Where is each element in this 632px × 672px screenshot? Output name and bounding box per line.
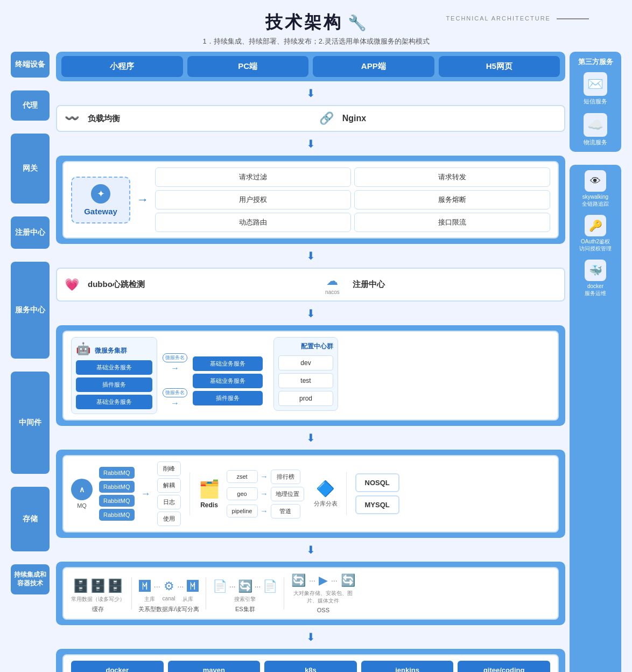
client-h5: H5网页 xyxy=(439,56,560,77)
oss-label: OSS xyxy=(317,607,329,613)
mysql-area: 🅼 ··· ⚙ ··· 🅼 主库 canal 从库 关系型数据库/读写分离 xyxy=(138,579,199,613)
service-content: 🤖 微服务集群 基础业务服务 插件服务 基础业务服务 微服务名 → xyxy=(62,331,559,421)
config-test: test xyxy=(278,373,333,388)
arrow-3: ⬇ xyxy=(56,249,565,262)
sms-service: ✉️ 短信服务 xyxy=(574,72,617,106)
dots-2: ··· xyxy=(178,582,184,591)
cicd-k8s: k8s xyxy=(264,661,357,672)
label-proxy: 代理 xyxy=(11,90,50,121)
oss-dots-2: ··· xyxy=(331,576,338,585)
es-icon-3: 📄 xyxy=(263,579,277,593)
arrow-r3: → xyxy=(261,507,268,515)
sms-label: 短信服务 xyxy=(584,97,607,106)
logistics-label: 物流服务 xyxy=(584,138,607,146)
registry-section: 💗 dubbo心跳检测 ☁ nacos 注册中心 xyxy=(56,268,565,302)
config-cluster-title: 配置中心群 xyxy=(278,342,333,351)
dubbo-label: dubbo心跳检测 xyxy=(88,279,145,290)
micro-item-3: 基础业务服务 xyxy=(76,395,152,409)
title-icon: 🔧 xyxy=(348,15,367,31)
es-dots-2: ··· xyxy=(255,582,261,591)
mysql-box: MYSQL xyxy=(355,495,399,514)
skywalking-label: skywalking 全链路追踪 xyxy=(582,193,609,207)
middleware-section: ∧ MQ RabbitMQ RabbitMQ RabbitMQ RabbitMQ… xyxy=(56,450,565,538)
load-balance-label: 负载均衡 xyxy=(88,114,120,124)
feature-2: 请求转发 xyxy=(354,167,550,187)
sharding-label: 分库分表 xyxy=(314,500,338,507)
arrow-6: ⬇ xyxy=(56,543,565,556)
cache-icon-2: 🗄️ xyxy=(90,578,106,593)
redis-val-1: 排行榜 xyxy=(271,470,300,484)
logistics-service: ☁️ 物流服务 xyxy=(574,113,617,146)
cache-icon-3: 🗄️ xyxy=(107,578,123,593)
third-party-title: 第三方服务 xyxy=(574,57,617,67)
gateway-box: ✦ Gateway xyxy=(71,177,130,223)
docker-icon: 🐳 xyxy=(585,260,606,281)
rabbit-3: RabbitMQ xyxy=(99,495,135,507)
middle-services: 基础业务服务 基础业务服务 插件服务 xyxy=(193,337,263,405)
nacos-icon: ☁ xyxy=(326,274,338,288)
arrow-1: ⬇ xyxy=(56,87,565,100)
storage-sep-1 xyxy=(131,577,132,610)
cache-label: 缓存 xyxy=(92,605,104,613)
micro-tag-2: 微服务名 xyxy=(163,388,187,397)
oss-area: 🔄 ··· ▶ ··· 🔄 大对象存储、安装包、图片、媒体文件 OSS xyxy=(291,573,355,613)
arrow-r1: → xyxy=(261,472,268,481)
gateway-section: ✦ Gateway → 请求过滤 请求转发 用户授权 服务熔断 动态路由 接口限… xyxy=(56,156,565,244)
rabbitmq-list: RabbitMQ RabbitMQ RabbitMQ RabbitMQ xyxy=(99,467,135,521)
redis-key-2: geo xyxy=(227,487,258,500)
redis-key-3: pipeline xyxy=(227,505,258,517)
arrow-7: ⬇ xyxy=(56,631,565,643)
oauth-label: OAuth2鉴权 访问授权管理 xyxy=(579,238,612,252)
label-gateway: 网关 xyxy=(11,134,50,204)
micro-cluster-title: 微服务集群 xyxy=(95,347,127,354)
client-app: APP端 xyxy=(313,56,434,77)
feature-6: 接口限流 xyxy=(354,213,550,232)
action-2: 解耦 xyxy=(157,478,181,493)
proxy-row: 〰️ 负载均衡 🔗 Nginx xyxy=(56,105,565,132)
gateway-icon: ✦ xyxy=(91,184,110,204)
feature-4: 服务熔断 xyxy=(354,190,550,209)
middle-item-3: 插件服务 xyxy=(193,391,263,405)
header: 技术架构 🔧 TECHNICAL ARCHITECTURE 1．持续集成、持续部… xyxy=(11,11,621,46)
arrow-5: ⬇ xyxy=(56,431,565,444)
action-list: 削峰 解耦 日志 使用 xyxy=(157,461,181,526)
oss-icon-3: 🔄 xyxy=(341,573,355,587)
third-party-panel: 第三方服务 ✉️ 短信服务 ☁️ 物流服务 xyxy=(570,52,621,152)
label-middleware: 中间件 xyxy=(11,372,50,474)
mq-area: ∧ MQ xyxy=(71,479,93,509)
skywalking-icon: 👁 xyxy=(585,170,606,192)
redis-items: zset → 排行榜 geo → 地理位置 pipeline → 管道 xyxy=(227,470,304,519)
es-dots: ··· xyxy=(229,582,236,591)
arrow-4: ⬇ xyxy=(56,307,565,320)
docker-tool: 🐳 docker 服务运维 xyxy=(574,260,617,297)
logistics-icon: ☁️ xyxy=(584,113,607,137)
label-cicd: 持续集成和 容器技术 xyxy=(11,564,50,594)
gateway-features: 请求过滤 请求转发 用户授权 服务熔断 动态路由 接口限流 xyxy=(155,167,550,232)
storage-sep-3 xyxy=(284,577,284,610)
sharding-icon: 🔷 xyxy=(316,480,335,498)
nginx-label: Nginx xyxy=(342,114,366,123)
canal-icon: ⚙ xyxy=(164,579,174,593)
action-1: 削峰 xyxy=(157,461,181,476)
oauth-tool: 🔑 OAuth2鉴权 访问授权管理 xyxy=(574,215,617,252)
client-pc: PC端 xyxy=(187,56,309,77)
cicd-gitee: gitee/coding xyxy=(458,661,550,672)
redis-val-2: 地理位置 xyxy=(271,487,304,501)
title-cn: 技术架构 xyxy=(265,12,343,32)
mysql-icons: 🅼 ··· ⚙ ··· 🅼 xyxy=(139,579,199,593)
cicd-docker: docker xyxy=(71,661,164,672)
mq-icon: ∧ xyxy=(71,479,93,500)
nacos-area: ☁ nacos xyxy=(325,274,340,295)
client-miniapp: 小程序 xyxy=(61,56,183,77)
master-icon: 🅼 xyxy=(139,579,151,593)
sep-1 xyxy=(189,472,190,515)
dubbo-icon: 💗 xyxy=(65,278,79,292)
oss-dots: ··· xyxy=(309,576,315,585)
nginx-icon: 🔗 xyxy=(319,111,334,125)
label-registry: 注册中心 xyxy=(11,216,50,249)
label-clients: 终端设备 xyxy=(11,52,50,78)
arrow-micro-2: → xyxy=(171,398,179,408)
slave-label: 从库 xyxy=(182,596,193,603)
cache-area: 🗄️ 🗄️ 🗄️ 常用数据（读多写少） 缓存 xyxy=(71,578,125,613)
middleware-content: ∧ MQ RabbitMQ RabbitMQ RabbitMQ RabbitMQ… xyxy=(62,455,559,533)
